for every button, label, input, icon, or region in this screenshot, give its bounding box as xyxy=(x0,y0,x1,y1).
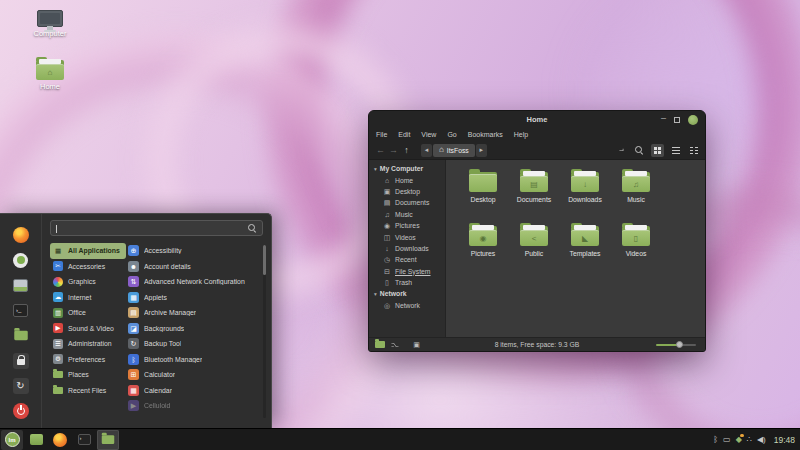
sidebar-item-documents[interactable]: ▤Documents xyxy=(369,197,445,208)
category-places[interactable]: Places xyxy=(50,367,126,383)
minimize-button[interactable]: – xyxy=(661,114,666,123)
taskbar-files-window[interactable] xyxy=(97,430,119,450)
account-details-icon: ☻ xyxy=(128,261,139,272)
folder-public[interactable]: < Public xyxy=(509,224,559,278)
back-button[interactable]: ← xyxy=(374,145,387,155)
shutdown-button[interactable] xyxy=(12,402,30,420)
scrollbar-thumb[interactable] xyxy=(263,245,266,275)
sidebar-item-recent[interactable]: ◷Recent xyxy=(369,254,445,265)
folder-documents[interactable]: ▤ Documents xyxy=(509,170,559,224)
app-advanced-network-configuration[interactable]: ⇅Advanced Network Configuration xyxy=(128,274,259,290)
music-icon: ♫ xyxy=(383,211,391,218)
sidebar-item-music[interactable]: ♫Music xyxy=(369,209,445,220)
zoom-slider[interactable] xyxy=(656,340,696,350)
breadcrumb-prev-button[interactable]: ◂ xyxy=(421,144,432,157)
logout-button[interactable]: ↻ xyxy=(12,377,30,395)
sidebar-item-pictures[interactable]: ◉Pictures xyxy=(369,220,445,231)
terminal-launcher[interactable] xyxy=(12,301,30,319)
folder-view[interactable]: Desktop ▤ Documents ↓ Downloads ♫ Music … xyxy=(446,160,705,337)
category-administration[interactable]: ☰Administration xyxy=(50,336,126,352)
app-account-details[interactable]: ☻Account details xyxy=(128,259,259,275)
taskbar-firefox-launcher[interactable] xyxy=(49,430,71,450)
category-accessories[interactable]: ✂Accessories xyxy=(50,259,126,275)
forward-button[interactable]: → xyxy=(387,145,400,155)
bluetooth-icon[interactable]: ᛒ xyxy=(713,436,718,444)
volume-icon[interactable]: ◀) xyxy=(757,436,766,444)
mint-menu-button[interactable] xyxy=(1,430,23,450)
battery-icon[interactable]: ▭ xyxy=(723,436,731,444)
titlebar[interactable]: Home – xyxy=(369,111,705,128)
menu-go[interactable]: Go xyxy=(447,131,456,138)
folder-downloads[interactable]: ↓ Downloads xyxy=(560,170,610,224)
icon-view-button[interactable] xyxy=(651,144,664,157)
app-calendar[interactable]: ▦Calendar xyxy=(128,383,259,399)
desktop-screen: Computer ⌂ Home Home – File Edit View Go… xyxy=(0,0,800,450)
folder-videos[interactable]: ▯ Videos xyxy=(611,224,661,278)
category-graphics[interactable]: Graphics xyxy=(50,274,126,290)
close-button[interactable] xyxy=(688,115,698,125)
category-all-applications[interactable]: ▦All Applications xyxy=(50,243,126,259)
window-title: Home xyxy=(369,115,705,124)
sidebar-section-my-computer[interactable]: ▾ My Computer xyxy=(369,163,445,174)
app-accessibility[interactable]: ⊕Accessibility xyxy=(128,243,259,259)
settings-icon xyxy=(13,279,28,292)
files-launcher[interactable] xyxy=(12,327,30,345)
app-bluetooth-manager[interactable]: ᛒBluetooth Manager xyxy=(128,352,259,368)
clock[interactable]: 19:48 xyxy=(774,435,795,445)
sidebar-item-home[interactable]: ⌂Home xyxy=(369,174,445,185)
category-sound-video[interactable]: ▶Sound & Video xyxy=(50,321,126,337)
system-settings-launcher[interactable] xyxy=(12,276,30,294)
network-config-icon: ⇅ xyxy=(128,276,139,287)
app-applets[interactable]: ▦Applets xyxy=(128,290,259,306)
desktop-icon-computer[interactable]: Computer xyxy=(20,10,80,38)
taskbar-terminal-launcher[interactable] xyxy=(73,430,95,450)
menu-search-box[interactable] xyxy=(50,220,263,236)
category-preferences[interactable]: ⚙Preferences xyxy=(50,352,126,368)
category-recent-files[interactable]: Recent Files xyxy=(50,383,126,399)
folder-music[interactable]: ♫ Music xyxy=(611,170,661,224)
archive-manager-icon: ▤ xyxy=(128,307,139,318)
category-office[interactable]: ▥Office xyxy=(50,305,126,321)
taskbar-software-manager-launcher[interactable] xyxy=(25,430,47,450)
desktop-icon-home[interactable]: ⌂ Home xyxy=(20,58,80,91)
menu-file[interactable]: File xyxy=(376,131,387,138)
folder-pictures[interactable]: ◉ Pictures xyxy=(458,224,508,278)
app-celluloid[interactable]: ▶Celluloid xyxy=(128,398,259,414)
app-backup-tool[interactable]: ↻Backup Tool xyxy=(128,336,259,352)
app-archive-manager[interactable]: ▤Archive Manager xyxy=(128,305,259,321)
folder-desktop[interactable]: Desktop xyxy=(458,170,508,224)
sidebar-section-network[interactable]: ▾ Network xyxy=(369,288,445,299)
sidebar-item-trash[interactable]: ▯Trash xyxy=(369,277,445,288)
menu-view[interactable]: View xyxy=(421,131,436,138)
up-button[interactable]: ↑ xyxy=(400,145,413,155)
menu-bookmarks[interactable]: Bookmarks xyxy=(468,131,503,138)
search-input[interactable] xyxy=(51,221,262,235)
update-manager-icon[interactable]: ◆ xyxy=(736,436,742,444)
desktop-icon-label: Home xyxy=(20,82,80,91)
breadcrumb-home-button[interactable]: ⌂ ItsFoss xyxy=(433,144,475,157)
network-icon[interactable]: ∴ xyxy=(747,436,752,444)
sidebar-item-videos[interactable]: ◫Videos xyxy=(369,231,445,242)
toggle-location-bar-button[interactable]: ⌐ xyxy=(615,144,628,157)
slider-knob[interactable] xyxy=(676,341,683,348)
app-list-scrollbar[interactable] xyxy=(263,245,266,418)
category-internet[interactable]: ☁Internet xyxy=(50,290,126,306)
lock-screen-button[interactable] xyxy=(12,352,30,370)
firefox-launcher[interactable] xyxy=(12,226,30,244)
sidebar-item-network[interactable]: ◎Network xyxy=(369,300,445,311)
app-calculator[interactable]: ⊞Calculator xyxy=(128,367,259,383)
sidebar-item-downloads[interactable]: ↓Downloads xyxy=(369,243,445,254)
app-backgrounds[interactable]: ◪Backgrounds xyxy=(128,321,259,337)
software-manager-launcher[interactable] xyxy=(12,251,30,269)
category-list: ▦All Applications ✂Accessories Graphics … xyxy=(50,243,126,398)
menu-help[interactable]: Help xyxy=(514,131,528,138)
breadcrumb-next-button[interactable]: ▸ xyxy=(476,144,487,157)
maximize-button[interactable] xyxy=(674,117,680,123)
sidebar-item-desktop[interactable]: ▣Desktop xyxy=(369,186,445,197)
menu-edit[interactable]: Edit xyxy=(398,131,410,138)
search-button[interactable] xyxy=(633,144,646,157)
compact-view-button[interactable] xyxy=(687,144,700,157)
sidebar-item-file-system[interactable]: ⊟File System xyxy=(369,266,445,277)
list-view-button[interactable] xyxy=(669,144,682,157)
folder-templates[interactable]: ◣ Templates xyxy=(560,224,610,278)
